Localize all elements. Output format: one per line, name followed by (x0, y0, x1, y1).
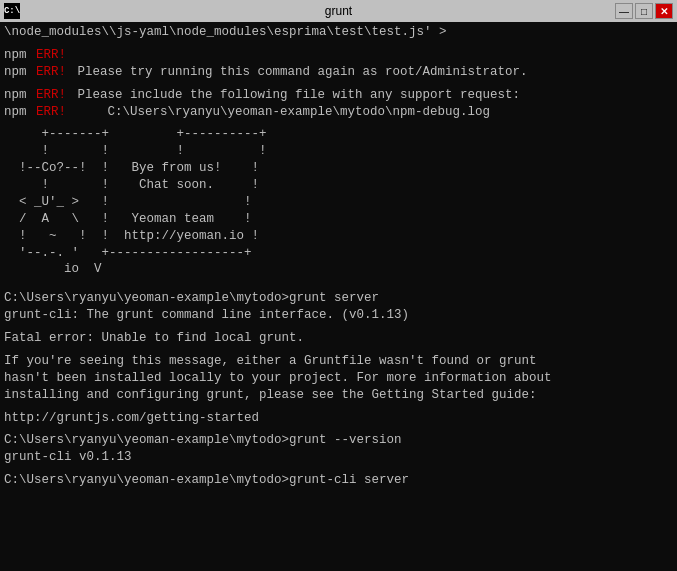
npm-error-line: npm ERR! C:\Users\ryanyu\yeoman-example\… (4, 104, 673, 121)
window-controls: — □ ✕ (615, 3, 673, 19)
ascii-line: < _U'_ > ! ! (4, 194, 673, 211)
ascii-line: / A \ ! Yeoman team ! (4, 211, 673, 228)
close-button[interactable]: ✕ (655, 3, 673, 19)
terminal-line: hasn't been installed locally to your pr… (4, 370, 673, 387)
npm-label: npm (4, 65, 34, 79)
npm-error-line: npm ERR! Please try running this command… (4, 64, 673, 81)
ascii-line: !--Co?--! ! Bye from us! ! (4, 160, 673, 177)
err-label: ERR! (36, 105, 66, 119)
maximize-button[interactable]: □ (635, 3, 653, 19)
main-window: C:\ grunt — □ ✕ \node_modules\\js-yaml\n… (0, 0, 677, 571)
terminal-output: \node_modules\\js-yaml\node_modules\espr… (0, 22, 677, 571)
ascii-line: io V (4, 261, 673, 278)
window-title: grunt (325, 4, 352, 18)
terminal-line: http://gruntjs.com/getting-started (4, 410, 673, 427)
ascii-line: ! ! ! ! (4, 143, 673, 160)
terminal-line: \node_modules\\js-yaml\node_modules\espr… (4, 24, 673, 41)
terminal-line: If you're seeing this message, either a … (4, 353, 673, 370)
ascii-line: ! ~ ! ! http://yeoman.io ! (4, 228, 673, 245)
err-message: C:\Users\ryanyu\yeoman-example\mytodo\np… (70, 105, 490, 119)
npm-error-line: npm ERR! Please include the following fi… (4, 87, 673, 104)
terminal-line: C:\Users\ryanyu\yeoman-example\mytodo>gr… (4, 432, 673, 449)
ascii-art: +-------+ +----------+ ! ! ! ! !--Co?--!… (4, 126, 673, 278)
ascii-line: '--.-. ' +------------------+ (4, 245, 673, 262)
title-bar: C:\ grunt — □ ✕ (0, 0, 677, 22)
terminal-line: grunt-cli v0.1.13 (4, 449, 673, 466)
minimize-button[interactable]: — (615, 3, 633, 19)
terminal-line: C:\Users\ryanyu\yeoman-example\mytodo>gr… (4, 290, 673, 307)
err-label: ERR! (36, 48, 66, 62)
npm-error-line: npm ERR! (4, 47, 673, 64)
npm-label: npm (4, 88, 34, 102)
terminal-line: C:\Users\ryanyu\yeoman-example\mytodo>gr… (4, 472, 673, 489)
err-label: ERR! (36, 88, 66, 102)
err-message: Please include the following file with a… (70, 88, 520, 102)
err-message: Please try running this command again as… (70, 65, 528, 79)
terminal-line: installing and configuring grunt, please… (4, 387, 673, 404)
terminal-line: Fatal error: Unable to find local grunt. (4, 330, 673, 347)
ascii-line: +-------+ +----------+ (4, 126, 673, 143)
err-label: ERR! (36, 65, 66, 79)
title-bar-left: C:\ (4, 3, 20, 19)
npm-label: npm (4, 48, 34, 62)
terminal-line: grunt-cli: The grunt command line interf… (4, 307, 673, 324)
npm-label: npm (4, 105, 34, 119)
ascii-line: ! ! Chat soon. ! (4, 177, 673, 194)
terminal-icon: C:\ (4, 3, 20, 19)
